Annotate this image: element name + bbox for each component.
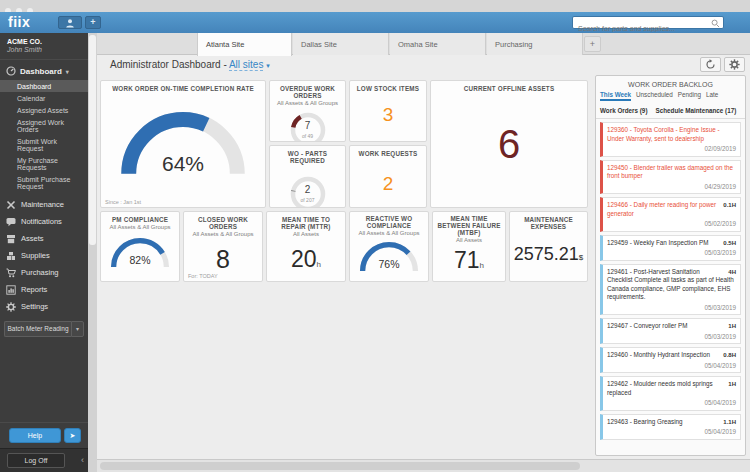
tab-purchasing[interactable]: Purchasing (487, 33, 583, 55)
feedback-button[interactable]: ➤ (64, 428, 81, 443)
backlog-tab-late[interactable]: Late (706, 91, 718, 101)
add-tab-button[interactable]: + (584, 36, 601, 52)
tab-omaha-site[interactable]: Omaha Site (390, 33, 486, 55)
collapse-sidebar-icon[interactable]: ‹ (81, 453, 84, 468)
mttr-unit: h (317, 260, 321, 269)
log-off-button[interactable]: Log Off (7, 453, 65, 468)
work-order-item[interactable]: 1H129462 - Moulder needs mold springs re… (600, 376, 741, 411)
widget-mttr[interactable]: MEAN TIME TO REPAIR (MTTR) All Assets 20… (266, 211, 346, 282)
work-order-item[interactable]: 1.1H129463 - Bearing Greasing 05/04/2019 (600, 414, 741, 440)
widget-title: WORK ORDER ON-TIME COMPLETION RATE (101, 81, 265, 92)
sidebar-item-calendar[interactable]: Calendar (0, 92, 88, 104)
sidebar-item-my-purchase-requests[interactable]: My Purchase Requests (0, 154, 88, 173)
dashboard-submenu: Dashboard Calendar Assigned Assets Assig… (0, 80, 88, 192)
sidebar-item-dashboard-sub[interactable]: Dashboard (0, 80, 88, 92)
dashboard-settings-button[interactable] (724, 57, 745, 72)
group-work-orders[interactable]: Work Orders (9) (600, 107, 647, 114)
page-title: Administrator Dashboard - All sites ▾ (110, 59, 270, 70)
work-order-hours: 1.1H (723, 418, 736, 426)
widget-mtbf[interactable]: MEAN TIME BETWEEN FAILURE (MTBF) All Ass… (432, 211, 506, 282)
work-order-text: 129461 - Post-Harvest Sanitation Checkli… (607, 268, 734, 301)
scrollbar-thumb[interactable] (100, 462, 580, 470)
donut-value: 2 (305, 184, 311, 195)
sidebar-item-settings[interactable]: Settings (0, 298, 88, 315)
sidebar-item-label: Dashboard (20, 67, 62, 76)
sidebar-item-label: Notifications (21, 217, 62, 226)
work-order-text: 129467 - Conveyor roller PM (607, 322, 688, 329)
sidebar-item-submit-work-request[interactable]: Submit Work Request (0, 135, 88, 154)
sidebar-item-reports[interactable]: Reports (0, 281, 88, 298)
gauge-value: 76% (356, 258, 422, 270)
tab-atlanta-site[interactable]: Atlanta Site (197, 33, 292, 56)
widget-title: WO - PARTS REQUIRED (270, 146, 345, 164)
widget-subtitle: All Assets & All Groups (101, 223, 179, 230)
group-schedule-maintenance[interactable]: Schedule Maintenance (17) (655, 107, 736, 114)
work-order-item[interactable]: 1H129467 - Conveyor roller PM 05/03/2019 (600, 318, 741, 344)
widget-work-requests[interactable]: WORK REQUESTS 2 (349, 145, 427, 208)
backlog-tab-pending[interactable]: Pending (678, 91, 701, 101)
backlog-tab-this-week[interactable]: This Week (600, 91, 631, 101)
work-order-text: 129466 - Daily meter reading for power g… (607, 201, 716, 217)
sidebar-item-notifications[interactable]: Notifications (0, 213, 88, 230)
work-order-text: 129462 - Moulder needs mold springs repl… (607, 380, 713, 396)
sidebar-item-dashboard[interactable]: Dashboard ▾ (0, 60, 88, 80)
work-order-item[interactable]: 129360 - Toyota Corolla - Engine Issue -… (600, 122, 741, 157)
global-search[interactable] (572, 16, 724, 29)
sidebar-item-submit-purchase-request[interactable]: Submit Purchase Request (0, 173, 88, 192)
backlog-tab-unscheduled[interactable]: Unscheduled (636, 91, 673, 101)
widget-current-offline-assets[interactable]: CURRENT OFFLINE ASSETS 6 (430, 80, 588, 208)
tab-dallas-site[interactable]: Dallas Site (293, 33, 389, 55)
widget-title: CLOSED WORK ORDERS (184, 212, 262, 230)
refresh-icon (705, 59, 716, 70)
search-icon (711, 19, 720, 28)
sidebar-item-label: Assets (21, 234, 44, 243)
widget-reactive-wo-compliance[interactable]: REACTIVE WO COMPLIANCE All Assets & All … (349, 211, 429, 282)
sidebar-item-assigned-work-orders[interactable]: Assigned Work Orders (0, 116, 88, 135)
scrollbar-thumb[interactable] (89, 35, 96, 245)
horizontal-scrollbar[interactable] (97, 459, 750, 472)
gauge-value: 64% (113, 152, 253, 176)
sidebar-scrollbar[interactable] (88, 33, 97, 472)
work-order-date: 05/03/2019 (607, 331, 736, 342)
sidebar-item-purchasing[interactable]: Purchasing (0, 264, 88, 281)
bar-chart-icon (6, 285, 16, 295)
user-menu-button[interactable] (58, 16, 82, 29)
quick-add-button[interactable]: + (85, 16, 101, 29)
widget-completion-rate[interactable]: WORK ORDER ON-TIME COMPLETION RATE 64% S… (100, 80, 266, 208)
batch-meter-reading-button[interactable]: Batch Meter Reading ▾ (4, 321, 84, 337)
assets-box-icon (6, 234, 16, 244)
work-order-item[interactable]: 0.1H129466 - Daily meter reading for pow… (600, 197, 741, 232)
work-order-item[interactable]: 129450 - Blender trailer was damaged on … (600, 160, 741, 195)
sidebar-item-assigned-assets[interactable]: Assigned Assets (0, 104, 88, 116)
site-selector-link[interactable]: All sites (229, 59, 263, 71)
widget-wo-parts-required[interactable]: WO - PARTS REQUIRED 2of 207 (269, 145, 346, 208)
sidebar-item-supplies[interactable]: Supplies (0, 247, 88, 264)
work-order-item[interactable]: 4H129461 - Post-Harvest Sanitation Check… (600, 264, 741, 316)
work-order-item[interactable]: 0.8H129460 - Monthly Hydrant Inspection … (600, 347, 741, 373)
widget-low-stock-items[interactable]: LOW STOCK ITEMS 3 (349, 80, 427, 142)
fiix-logo: fiix (8, 14, 30, 30)
donut-value: 7 (305, 120, 311, 131)
widget-title: MEAN TIME BETWEEN FAILURE (MTBF) (433, 212, 505, 236)
work-order-date: 04/29/2019 (607, 181, 736, 192)
help-button[interactable]: Help (9, 428, 61, 443)
widget-footnote: For: TODAY (188, 273, 218, 279)
widget-closed-work-orders[interactable]: CLOSED WORK ORDERS All Assets & All Grou… (183, 211, 263, 282)
work-order-item[interactable]: 0.5H129459 - Weekly Fan Inspection PM 05… (600, 235, 741, 261)
completion-rate-gauge: 64% (113, 106, 253, 182)
refresh-button[interactable] (700, 57, 721, 72)
widget-title: REACTIVE WO COMPLIANCE (350, 212, 428, 229)
offline-assets-value: 6 (431, 122, 587, 167)
backlog-tabs: This Week Unscheduled Pending Late (596, 91, 745, 104)
chevron-down-icon[interactable]: ▾ (71, 321, 84, 337)
work-order-date: 05/03/2019 (607, 302, 736, 313)
page-title-text: Administrator Dashboard - (110, 59, 227, 70)
widget-maintenance-expenses[interactable]: MAINTENANCE EXPENSES 2575.21$ (509, 211, 588, 282)
sidebar-item-label: Settings (21, 302, 48, 311)
sidebar-item-maintenance[interactable]: Maintenance (0, 196, 88, 213)
widget-overdue-work-orders[interactable]: OVERDUE WORK ORDERS All Assets & All Gro… (269, 80, 346, 142)
widget-pm-compliance[interactable]: PM COMPLIANCE All Assets & All Groups 82… (100, 211, 180, 282)
gear-icon (729, 59, 740, 70)
sidebar-item-assets[interactable]: Assets (0, 230, 88, 247)
widget-footnote: Since : Jan 1st (105, 199, 141, 205)
